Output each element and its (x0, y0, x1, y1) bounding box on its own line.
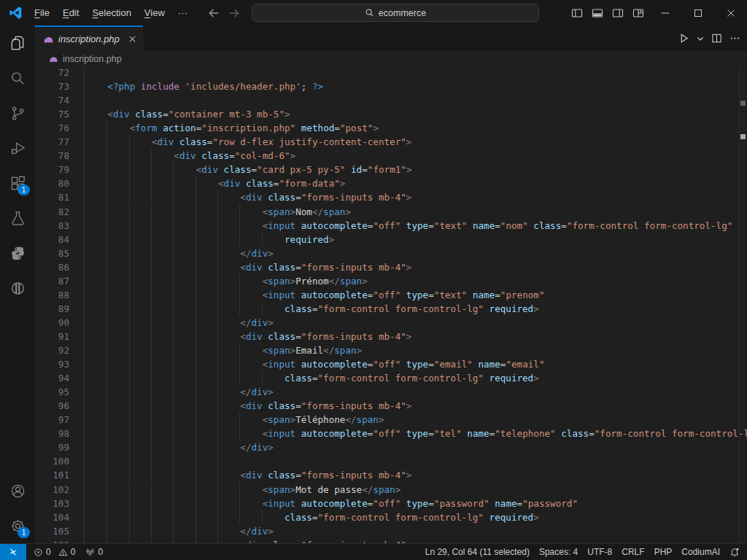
code-line[interactable]: 92 <span>Email</span> (35, 343, 747, 357)
status-language-mode[interactable]: PHP (654, 547, 673, 557)
navigate-back-icon[interactable] (207, 7, 220, 20)
code-line[interactable]: 89 class="form-control form-control-lg" … (35, 302, 747, 316)
status-codiumai[interactable]: CodiumAI (681, 547, 720, 557)
line-number[interactable]: 74 (35, 93, 69, 107)
testing-icon[interactable] (0, 201, 35, 236)
line-number[interactable]: 96 (35, 399, 69, 413)
settings-gear-icon[interactable]: 1 (0, 508, 35, 543)
remote-indicator[interactable] (0, 544, 26, 560)
status-encoding[interactable]: UTF-8 (587, 547, 612, 557)
window-minimize-button[interactable] (649, 0, 681, 26)
code-line[interactable]: 81 <div class="forms-inputs mb-4"> (35, 190, 747, 204)
code-line[interactable]: 85 </div> (35, 246, 747, 260)
line-number[interactable]: 72 (35, 67, 69, 79)
overview-ruler[interactable] (739, 67, 747, 543)
line-number[interactable]: 80 (35, 176, 69, 190)
tab-close-icon[interactable] (128, 35, 136, 43)
line-number[interactable]: 91 (35, 330, 69, 343)
line-number[interactable]: 100 (35, 454, 69, 468)
line-number[interactable]: 105 (35, 524, 69, 538)
code-line[interactable]: 91 <div class="forms-inputs mb-4"> (35, 330, 747, 343)
code-line[interactable]: 99 </div> (35, 440, 747, 454)
explorer-icon[interactable] (0, 26, 35, 61)
line-number[interactable]: 82 (35, 205, 69, 219)
navigate-forward-icon[interactable] (228, 7, 241, 20)
command-center-search[interactable]: ecommerce (252, 4, 539, 22)
code-line[interactable]: 72 (35, 67, 747, 79)
tab-inscription-php[interactable]: inscription.php (35, 26, 143, 51)
status-indentation[interactable]: Spaces: 4 (539, 547, 578, 557)
python-icon[interactable] (0, 236, 35, 271)
line-number[interactable]: 94 (35, 371, 69, 385)
menu-more[interactable]: ··· (171, 5, 194, 21)
line-number[interactable]: 75 (35, 107, 69, 121)
line-number[interactable]: 79 (35, 163, 69, 176)
code-editor[interactable]: 7273 <?php include 'includes/header.php'… (35, 67, 747, 543)
run-and-debug-icon[interactable] (0, 131, 35, 166)
menu-selection[interactable]: Selection (85, 5, 137, 21)
run-dropdown-chevron-icon[interactable] (694, 30, 706, 47)
line-number[interactable]: 83 (35, 219, 69, 233)
line-number[interactable]: 106 (35, 538, 69, 543)
line-number[interactable]: 87 (35, 274, 69, 288)
breadcrumb-file[interactable]: inscription.php (63, 54, 122, 64)
problems-indicator[interactable]: 0 0 (34, 547, 75, 557)
code-line[interactable]: 86 <div class="forms-inputs mb-4"> (35, 260, 747, 274)
line-number[interactable]: 104 (35, 510, 69, 524)
status-cursor-position[interactable]: Ln 29, Col 64 (11 selected) (425, 547, 530, 557)
account-icon[interactable] (0, 473, 35, 508)
database-icon[interactable] (0, 271, 35, 306)
search-sidebar-icon[interactable] (0, 61, 35, 96)
code-line[interactable]: 104 class="form-control form-control-lg"… (35, 510, 747, 524)
code-line[interactable]: 74 (35, 93, 747, 107)
code-line[interactable]: 100 (35, 454, 747, 468)
line-number[interactable]: 95 (35, 385, 69, 399)
line-number[interactable]: 99 (35, 440, 69, 454)
line-number[interactable]: 81 (35, 190, 69, 204)
line-number[interactable]: 103 (35, 497, 69, 510)
line-number[interactable]: 73 (35, 79, 69, 93)
code-line[interactable]: 78 <div class="col-md-6"> (35, 149, 747, 163)
menu-edit[interactable]: Edit (56, 5, 85, 21)
line-number[interactable]: 98 (35, 427, 69, 440)
code-line[interactable]: 90 </div> (35, 316, 747, 330)
split-editor-icon[interactable] (709, 30, 724, 47)
code-line[interactable]: 84 required> (35, 233, 747, 246)
code-line[interactable]: 97 <span>Téléphone</span> (35, 413, 747, 427)
more-actions-icon[interactable] (727, 30, 743, 47)
extensions-icon[interactable]: 1 (0, 166, 35, 201)
code-line[interactable]: 83 <input autocomplete="off" type="text"… (35, 219, 747, 233)
code-line[interactable]: 88 <input autocomplete="off" type="text"… (35, 288, 747, 302)
line-number[interactable]: 78 (35, 149, 69, 163)
code-line[interactable]: 101 <div class="forms-inputs mb-4"> (35, 468, 747, 482)
code-line[interactable]: 80 <div class="form-data"> (35, 176, 747, 190)
customize-layout-icon[interactable] (628, 0, 649, 26)
code-line[interactable]: 102 <span>Mot de passe</span> (35, 483, 747, 497)
code-line[interactable]: 75 <div class="container mt-3 mb-5"> (35, 107, 747, 121)
code-line[interactable]: 98 <input autocomplete="off" type="tel" … (35, 427, 747, 440)
source-control-icon[interactable] (0, 96, 35, 131)
line-number[interactable]: 85 (35, 246, 69, 260)
line-number[interactable]: 97 (35, 413, 69, 427)
window-maximize-button[interactable] (681, 0, 714, 26)
notifications-bell-icon[interactable] (729, 547, 740, 557)
code-line[interactable]: 94 class="form-control form-control-lg" … (35, 371, 747, 385)
code-line[interactable]: 87 <span>Prénom</span> (35, 274, 747, 288)
code-line[interactable]: 82 <span>Nom</span> (35, 205, 747, 219)
toggle-panel-icon[interactable] (587, 0, 608, 26)
code-line[interactable]: 73 <?php include 'includes/header.php'; … (35, 79, 747, 93)
line-number[interactable]: 93 (35, 357, 69, 371)
status-eol[interactable]: CRLF (622, 547, 644, 557)
code-line[interactable]: 103 <input autocomplete="off" type="pass… (35, 497, 747, 510)
line-number[interactable]: 92 (35, 343, 69, 357)
line-number[interactable]: 89 (35, 302, 69, 316)
line-number[interactable]: 102 (35, 483, 69, 497)
code-line[interactable]: 96 <div class="forms-inputs mb-4"> (35, 399, 747, 413)
code-line[interactable]: 79 <div class="card px-5 py-5" id="form1… (35, 163, 747, 176)
code-line[interactable]: 95 </div> (35, 385, 747, 399)
menu-view[interactable]: View (138, 5, 171, 21)
line-number[interactable]: 77 (35, 135, 69, 149)
toggle-secondary-sidebar-icon[interactable] (608, 0, 628, 26)
menu-file[interactable]: File (28, 5, 56, 21)
code-line[interactable]: 106 <div class="forms-inputs mb-4"> (35, 538, 747, 543)
